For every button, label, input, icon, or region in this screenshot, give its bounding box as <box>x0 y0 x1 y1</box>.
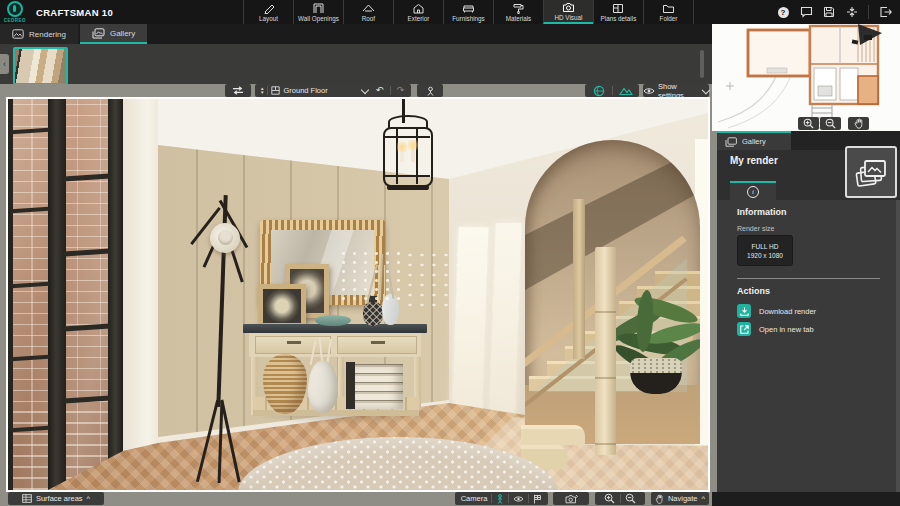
candle-glow <box>408 140 418 150</box>
divider <box>868 5 869 19</box>
sofa-icon <box>462 3 475 14</box>
collapse-arrows-icon <box>846 6 858 18</box>
undo-button[interactable]: ↶ <box>370 86 390 95</box>
chevron-left-icon: ‹ <box>3 59 6 69</box>
floor-plan-icon <box>271 86 280 95</box>
plan-zoom-out-button[interactable] <box>820 117 841 130</box>
navigate-button[interactable]: Navigate ^ <box>651 492 709 505</box>
strip-scrollbar[interactable] <box>700 50 704 78</box>
menu-item-folder[interactable]: Folder <box>643 0 694 24</box>
panel-tab-gallery[interactable]: Gallery <box>717 131 791 150</box>
lantern-base <box>387 185 429 190</box>
menu-label: Furnishings <box>452 15 485 22</box>
floor-selector-value: Ground Floor <box>283 86 327 95</box>
help-button[interactable]: ? <box>776 5 790 19</box>
show-settings-button[interactable]: Show settings <box>643 84 709 97</box>
menu-item-furnishings[interactable]: Furnishings <box>443 0 493 24</box>
lantern-cage <box>383 127 433 187</box>
render-toolbar: ▲▼ Ground Floor ↶ ↷ Show settings <box>0 84 712 97</box>
render-viewport[interactable] <box>8 99 708 490</box>
open-external-icon <box>737 322 751 336</box>
camera-switch-button[interactable] <box>553 492 589 505</box>
birdseye-icon[interactable] <box>513 495 524 503</box>
render-size-card[interactable]: FULL HD 1920 x 1080 <box>737 235 793 266</box>
render-gallery-thumbnail[interactable] <box>845 146 897 198</box>
zoom-group <box>595 492 645 505</box>
plant-basket <box>630 358 682 394</box>
grid-table-icon <box>22 494 32 503</box>
drawer-handle <box>287 341 301 344</box>
hat-crown <box>218 230 233 245</box>
plan-pan-button[interactable] <box>848 117 869 130</box>
chevron-down-icon <box>702 85 710 93</box>
stair-newel-mid <box>573 199 585 359</box>
roof-icon <box>362 3 375 14</box>
download-render-button[interactable]: Download render <box>737 304 816 318</box>
chevron-down-icon <box>361 85 369 93</box>
menu-item-roof[interactable]: Roof <box>343 0 393 24</box>
panel-tab-label: Gallery <box>742 137 766 146</box>
floor-selector[interactable]: ▲▼ Ground Floor <box>255 84 373 97</box>
menu-label: Materials <box>506 15 532 22</box>
menu-label: Exterior <box>408 15 430 22</box>
hand-icon <box>655 494 664 504</box>
zoom-in-button[interactable] <box>600 493 620 504</box>
render-size-line1: FULL HD <box>752 243 779 250</box>
divider <box>508 494 509 503</box>
info-tab[interactable]: i <box>730 181 776 200</box>
menu-item-materials[interactable]: Materials <box>493 0 543 24</box>
person-height-icon[interactable] <box>496 494 504 504</box>
zoom-out-button[interactable] <box>620 493 640 504</box>
upright-book <box>346 362 355 409</box>
chat-icon <box>800 6 813 18</box>
lantern-hoop <box>385 175 430 177</box>
feedback-button[interactable] <box>799 5 813 19</box>
information-heading: Information <box>737 207 787 217</box>
menu-item-hd-visual[interactable]: HD Visual <box>543 0 593 24</box>
caret-up-icon: ^ <box>702 494 706 503</box>
strip-collapse-button[interactable]: ‹ <box>0 54 9 74</box>
panel-scrollbar[interactable] <box>896 200 900 497</box>
brand-name: CEDREO <box>4 18 26 23</box>
plan-zoom-in-button[interactable] <box>798 117 819 130</box>
divider <box>528 494 529 503</box>
project-title: CRAFTSMAN 10 <box>30 0 127 24</box>
tab-label: Gallery <box>110 29 135 38</box>
menu-label: Layout <box>259 15 278 22</box>
app-window: CEDREO CRAFTSMAN 10 Layout Wall Openings… <box>0 0 900 506</box>
floor-stepper[interactable]: ▲▼ <box>260 87 264 94</box>
walkthrough-button[interactable] <box>417 84 443 97</box>
open-new-tab-button[interactable]: Open in new tab <box>737 322 814 336</box>
menu-item-layout[interactable]: Layout <box>243 0 293 24</box>
teal-bowl <box>315 315 351 326</box>
flower-cluster <box>400 247 466 309</box>
redo-button[interactable]: ↷ <box>391 86 411 95</box>
actions-heading: Actions <box>737 286 770 296</box>
swap-arrows-icon <box>232 86 244 95</box>
save-button[interactable] <box>822 5 836 19</box>
divider <box>267 86 268 95</box>
pencil-icon <box>262 3 275 14</box>
terrain-button[interactable] <box>613 86 639 96</box>
surface-areas-button[interactable]: Surface areas ^ <box>8 492 104 505</box>
globe-button[interactable] <box>586 85 612 97</box>
bottom-bar: Surface areas ^ Camera Navigate ^ <box>0 492 712 506</box>
tab-rendering[interactable]: Rendering <box>0 24 78 44</box>
collapse-view-button[interactable] <box>845 5 859 19</box>
window-mullion <box>48 99 66 490</box>
exit-button[interactable] <box>878 5 892 19</box>
render-mode-group <box>585 84 639 97</box>
window-jamb <box>108 99 123 490</box>
floorplan-minimap[interactable] <box>712 24 900 131</box>
surface-areas-label: Surface areas <box>36 494 83 503</box>
download-label: Download render <box>759 307 816 316</box>
menu-item-exterior[interactable]: Exterior <box>393 0 443 24</box>
menu-item-plans-details[interactable]: Plans details <box>593 0 643 24</box>
cedreo-logo: CEDREO <box>0 0 30 24</box>
render-thumbnail[interactable] <box>13 47 68 85</box>
menu-item-wall-openings[interactable]: Wall Openings <box>293 0 343 24</box>
view-tab-row: Rendering Gallery <box>0 24 712 44</box>
tab-gallery[interactable]: Gallery <box>80 24 147 44</box>
wall-section-icon[interactable] <box>533 494 542 504</box>
swap-view-button[interactable] <box>225 84 251 97</box>
